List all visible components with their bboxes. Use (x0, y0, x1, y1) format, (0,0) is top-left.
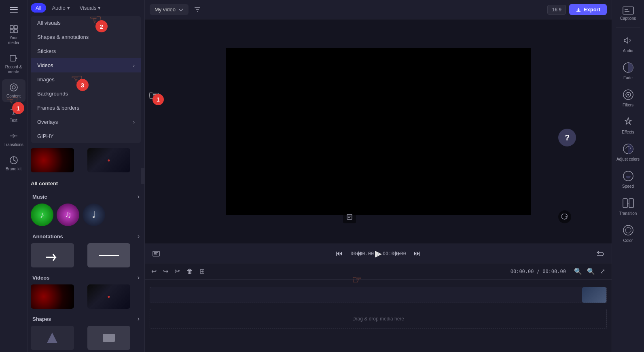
timeline-area: ↩ ↪ ✂ 🗑 ⊞ 00:00.00 / 00:00.00 🔍 🔍 ⤢ (145, 263, 612, 352)
audio-effect-button[interactable]: Audio (614, 31, 642, 56)
video-canvas (226, 48, 531, 215)
frame-indicator-toggle[interactable] (150, 247, 163, 260)
dropdown-item-all-visuals[interactable]: All visuals (31, 16, 141, 30)
collapse-panel-button[interactable]: ‹ (141, 168, 145, 184)
music-item-2[interactable]: ♫ (57, 204, 79, 226)
redo-button[interactable]: ↪ (161, 266, 170, 277)
effects-button[interactable]: Effects (614, 112, 642, 138)
videos-section-header[interactable]: Videos › (31, 271, 141, 284)
video-title-tab[interactable]: My video (150, 4, 189, 15)
fade-button[interactable]: Fade (614, 58, 642, 83)
annotations-section-header[interactable]: Annotations › (31, 229, 141, 243)
fit-timeline-button[interactable]: ⤢ (598, 266, 607, 277)
all-content-heading: All content (31, 179, 141, 190)
shape-item-1[interactable] (31, 326, 74, 350)
sidebar-label-brand-kit: Brand kit (6, 167, 21, 172)
dropdown-item-stickers[interactable]: Stickers (31, 44, 141, 58)
annotation-line-thumb[interactable] (87, 243, 131, 267)
skip-forward-button[interactable]: ⏭ (411, 247, 424, 260)
delete-button[interactable]: 🗑 (185, 266, 195, 277)
sidebar-item-record-create[interactable]: Record &create (2, 50, 25, 78)
music-item-3[interactable]: ♩ (83, 204, 105, 226)
music-section-arrow: › (138, 193, 140, 200)
shapes-grid (31, 326, 141, 350)
transition-label: Transition (619, 211, 637, 216)
export-button[interactable]: Export (569, 4, 607, 15)
sidebar-item-your-media[interactable]: Your media (2, 21, 25, 49)
dropdown-item-backgrounds[interactable]: Backgrounds (31, 87, 141, 101)
dropdown-item-images[interactable]: Images (31, 72, 141, 87)
playback-controls: ⏮ ▶ ⏭ 00:00.00 / 00:00.00 (145, 244, 612, 263)
track-clip[interactable] (582, 287, 606, 303)
clip-settings-button[interactable]: ⊞ (198, 266, 206, 277)
dropdown-item-giphy[interactable]: GIPHY (31, 129, 141, 143)
video-item-2[interactable]: ● (87, 284, 131, 309)
filter-all-button[interactable]: All (31, 3, 46, 13)
transition-button[interactable]: Transition (614, 193, 642, 219)
music-section-header[interactable]: Music › (31, 190, 141, 204)
main-track-row (150, 283, 607, 307)
sidebar-label-your-media: Your media (4, 36, 24, 45)
undo-button[interactable]: ↩ (150, 266, 158, 277)
visuals-dropdown: All visuals Shapes & annotations Sticker… (31, 16, 141, 143)
svg-point-27 (625, 227, 631, 233)
skip-back-button[interactable]: ⏮ (333, 247, 346, 260)
audio-label: Audio (623, 49, 633, 53)
svg-rect-6 (14, 30, 17, 33)
svg-rect-25 (629, 199, 633, 208)
main-track[interactable] (150, 287, 607, 303)
sidebar-label-text: Text (10, 118, 17, 123)
video-thumb-preview-1[interactable] (31, 148, 74, 172)
shapes-section-title: Shapes (32, 316, 51, 322)
video-settings-button[interactable] (192, 4, 203, 15)
preview-frame-indicator (343, 210, 356, 223)
color-button[interactable]: Color (614, 221, 642, 246)
music-section-title: Music (32, 194, 47, 200)
timeline-zoom-controls: 🔍 🔍 ⤢ (572, 266, 607, 277)
fade-label: Fade (623, 76, 633, 80)
speed-button[interactable]: Speed (614, 166, 642, 192)
filter-visuals-button[interactable]: Visuals ▾ (76, 3, 105, 13)
timeline-time-counter: 00:00.00 / 00:00.00 (511, 269, 566, 274)
shape-item-2[interactable] (87, 326, 131, 350)
annotation-arrow-thumb[interactable] (31, 243, 74, 267)
sidebar-item-text[interactable]: Text (2, 104, 25, 126)
frame-indicator-button[interactable] (343, 210, 356, 223)
filters-button[interactable]: Filters (614, 85, 642, 110)
panel-content-area: All content Music › ♪ ♫ ♩ Annotations › (28, 176, 144, 352)
zoom-in-button[interactable]: 🔍 (585, 266, 597, 277)
dropdown-item-videos[interactable]: Videos › (31, 58, 141, 72)
captions-button[interactable]: Captions (617, 3, 639, 24)
dropdown-item-shapes-annotations[interactable]: Shapes & annotations (31, 30, 141, 44)
help-button[interactable]: ? (558, 129, 576, 146)
adjust-colors-button[interactable]: Adjust colors (614, 139, 642, 165)
dropdown-item-overlays[interactable]: Overlays › (31, 115, 141, 129)
speed-icon (622, 170, 635, 182)
svg-marker-8 (16, 57, 17, 59)
time-display: 00:00.00 / 00:00.00 (350, 251, 406, 257)
svg-rect-4 (14, 25, 17, 29)
fade-icon (622, 61, 635, 74)
playback-left-controls (150, 247, 163, 260)
shapes-section-arrow: › (138, 315, 140, 322)
speed-label: Speed (622, 184, 634, 189)
hamburger-menu-button[interactable] (7, 3, 20, 16)
timeline-tracks: Drag & drop media here (145, 280, 612, 332)
filter-audio-button[interactable]: Audio ▾ (48, 3, 74, 13)
color-icon (622, 224, 635, 237)
aspect-ratio-button[interactable]: 16:9 (547, 5, 566, 15)
sidebar-item-content[interactable]: Content (2, 79, 25, 102)
shapes-section-header[interactable]: Shapes › (31, 312, 141, 326)
zoom-out-button[interactable]: 🔍 (572, 266, 584, 277)
loop-button[interactable] (594, 247, 607, 260)
sidebar-item-transitions[interactable]: Transitions (2, 128, 25, 151)
cut-button[interactable]: ✂ (173, 266, 182, 277)
sidebar-item-brand-kit[interactable]: Brand kit (2, 152, 25, 175)
video-thumb-preview-2[interactable]: ● (87, 148, 131, 172)
preview-refresh-button[interactable] (558, 210, 571, 223)
preview-area: ? (145, 19, 612, 244)
video-item-1[interactable] (31, 284, 74, 309)
music-item-1[interactable]: ♪ (31, 204, 53, 226)
drag-drop-zone[interactable]: Drag & drop media here (150, 309, 607, 329)
dropdown-item-frames-borders[interactable]: Frames & borders (31, 101, 141, 115)
